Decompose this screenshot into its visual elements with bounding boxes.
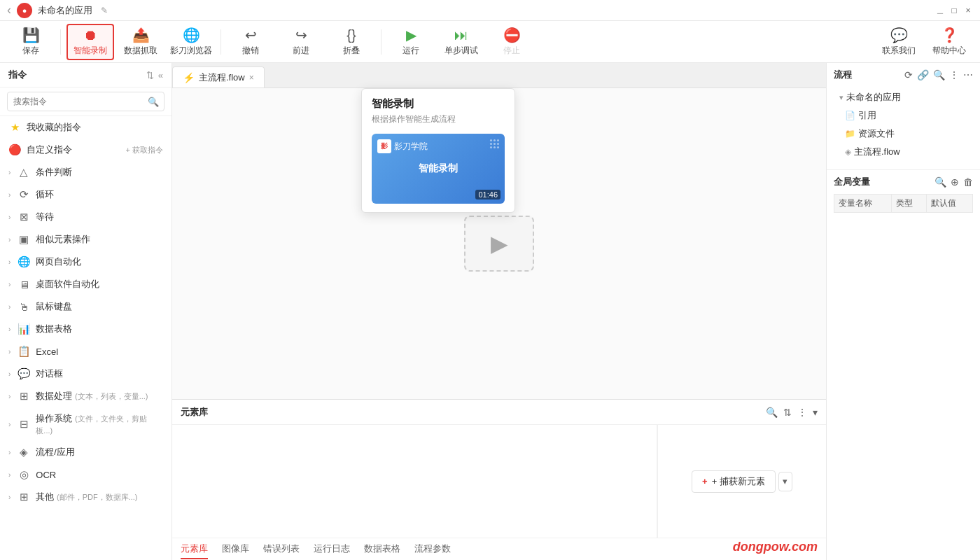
tab-main-flow[interactable]: ⚡ 主流程.flow × xyxy=(172,66,265,88)
popup-video[interactable]: 影 影刀学院 智能录制 01:46 xyxy=(372,134,505,204)
global-var-icons: 🔍 ⊕ 🗑 xyxy=(934,176,973,188)
bp-search-icon[interactable]: 🔍 xyxy=(766,407,778,418)
sidebar-item-dialog[interactable]: › 💬 对话框 xyxy=(0,363,172,385)
bottom-panel-icons: 🔍 ⇅ ⋮ ▾ xyxy=(766,407,818,418)
dialog-label: 对话框 xyxy=(36,368,163,380)
undo-button[interactable]: ↩ 撤销 xyxy=(227,24,274,60)
sidebar-item-data-table[interactable]: › 📊 数据表格 xyxy=(0,318,172,340)
fold-button[interactable]: {} 折叠 xyxy=(328,24,375,60)
right-search-icon[interactable]: 🔍 xyxy=(933,69,945,80)
tree-item-reference[interactable]: 📄 引用 xyxy=(834,106,973,125)
sidebar-item-os[interactable]: › ⊟ 操作系统 (文件，文件夹，剪贴板...) xyxy=(0,407,172,441)
sidebar-sort-icon[interactable]: ⇅ xyxy=(146,70,154,80)
gv-delete-icon[interactable]: 🗑 xyxy=(963,176,973,188)
tab-elements[interactable]: 元素库 xyxy=(181,540,208,559)
capture-chevron-icon: ▾ xyxy=(783,476,788,486)
flow-tree: ▾ 未命名的应用 📄 引用 📁 资源文件 ◈ 主流程.flow xyxy=(834,85,973,164)
popup-video-dots xyxy=(490,139,499,148)
right-link-icon[interactable]: 🔗 xyxy=(917,69,929,80)
favorites-label: 我收藏的指令 xyxy=(27,121,163,134)
edit-title-icon[interactable]: ✎ xyxy=(101,6,108,15)
sidebar-item-custom[interactable]: 🔴 自定义指令 + 获取指令 xyxy=(0,139,172,161)
bottom-panel-header: 元素库 🔍 ⇅ ⋮ ▾ xyxy=(172,400,826,425)
tab-flow-params[interactable]: 流程参数 xyxy=(414,540,451,559)
os-icon: ⊟ xyxy=(18,418,30,430)
sidebar-item-condition[interactable]: › △ 条件判断 xyxy=(0,161,172,183)
right-share-icon[interactable]: ⟳ xyxy=(904,69,913,80)
sidebar-item-mouse-key[interactable]: › 🖱 鼠标键盘 xyxy=(0,295,172,318)
capture-new-element-button[interactable]: + + 捕获新元素 xyxy=(692,470,776,493)
tab-run-log[interactable]: 运行日志 xyxy=(314,540,350,559)
close-button[interactable]: × xyxy=(963,6,973,15)
tree-item-resources[interactable]: 📁 资源文件 xyxy=(834,125,973,143)
contact-button[interactable]: 💬 联系我们 xyxy=(875,24,923,60)
toolbar: 💾 保存 ⏺ 智能录制 📤 数据抓取 🌐 影刀浏览器 ↩ 撤销 ↪ 前进 {} … xyxy=(0,21,980,63)
sidebar-collapse-icon[interactable]: « xyxy=(158,70,163,80)
bottom-tabs: 元素库 图像库 错误列表 运行日志 数据表格 流程参数 xyxy=(172,538,826,560)
resources-label: 资源文件 xyxy=(858,127,967,140)
back-button[interactable]: ‹ xyxy=(7,3,11,18)
sidebar-item-data-process[interactable]: › ⊞ 数据处理 (文本，列表，变量...) xyxy=(0,385,172,407)
bp-more-icon[interactable]: ⋮ xyxy=(797,407,807,418)
minimize-button[interactable]: ＿ xyxy=(935,6,945,15)
sidebar-item-excel[interactable]: › 📋 Excel xyxy=(0,340,172,363)
tab-errors[interactable]: 错误列表 xyxy=(263,540,300,559)
tab-close-button[interactable]: × xyxy=(249,73,254,83)
gv-search-icon[interactable]: 🔍 xyxy=(934,176,946,188)
save-button[interactable]: 💾 保存 xyxy=(7,24,55,60)
run-button[interactable]: ▶ 运行 xyxy=(387,24,435,60)
sidebar-item-desktop-auto[interactable]: › 🖥 桌面软件自动化 xyxy=(0,273,172,295)
sidebar-item-similar[interactable]: › ▣ 相似元素操作 xyxy=(0,228,172,251)
mouse-icon: 🖱 xyxy=(18,301,30,313)
os-label: 操作系统 (文件，文件夹，剪贴板...) xyxy=(36,412,163,436)
bp-sort-icon[interactable]: ⇅ xyxy=(783,407,792,418)
smart-record-button[interactable]: ⏺ 智能录制 xyxy=(66,24,114,60)
right-expand-icon[interactable]: ⋯ xyxy=(963,69,973,80)
excel-label: Excel xyxy=(36,346,163,357)
custom-label: 自定义指令 xyxy=(27,144,120,156)
help-button[interactable]: ❓ 帮助中心 xyxy=(925,24,973,60)
sidebar-item-flow-app[interactable]: › ◈ 流程/应用 xyxy=(0,441,172,463)
tree-chevron-icon: ▾ xyxy=(839,93,844,102)
sidebar-item-wait[interactable]: › ⊠ 等待 xyxy=(0,206,172,228)
maximize-button[interactable]: □ xyxy=(949,6,959,15)
bp-collapse-icon[interactable]: ▾ xyxy=(813,407,818,418)
stop-button[interactable]: ⛔ 停止 xyxy=(488,24,536,60)
canvas-play-icon: ▶ xyxy=(491,230,508,257)
main-flow-icon: ◈ xyxy=(845,147,851,157)
tab-label: 主流程.flow xyxy=(199,71,245,84)
other-label: 其他 (邮件，PDF，数据库...) xyxy=(36,491,163,503)
sidebar-item-favorites[interactable]: ★ 我收藏的指令 xyxy=(0,116,172,139)
stop-icon: ⛔ xyxy=(503,27,521,43)
title-bar-right: ＿ □ × xyxy=(935,6,973,15)
popup-video-time: 01:46 xyxy=(475,190,500,200)
flowapp-expand: › xyxy=(8,449,10,456)
popup-video-inner: 影 影刀学院 智能录制 01:46 xyxy=(372,134,505,204)
tab-data-table[interactable]: 数据表格 xyxy=(364,540,400,559)
capture-plus-icon: + xyxy=(702,476,708,486)
redo-button[interactable]: ↪ 前进 xyxy=(277,24,325,60)
flowapp-label: 流程/应用 xyxy=(36,446,163,458)
capture-dropdown-button[interactable]: ▾ xyxy=(778,472,792,491)
data-extract-icon: 📤 xyxy=(132,27,150,43)
sidebar-item-other[interactable]: › ⊞ 其他 (邮件，PDF，数据库...) xyxy=(0,486,172,508)
sidebar-item-ocr[interactable]: › ◎ OCR xyxy=(0,463,172,486)
web-expand: › xyxy=(8,258,10,266)
var-col-default: 默认值 xyxy=(926,195,972,213)
step-debug-button[interactable]: ⏭ 单步调试 xyxy=(438,24,485,60)
search-input[interactable] xyxy=(7,92,164,111)
blade-browser-button[interactable]: 🌐 影刀浏览器 xyxy=(167,24,215,60)
sidebar-item-web-auto[interactable]: › 🌐 网页自动化 xyxy=(0,251,172,273)
sidebar-item-loop[interactable]: › ⟳ 循环 xyxy=(0,183,172,206)
tab-images[interactable]: 图像库 xyxy=(222,540,249,559)
tree-parent-app[interactable]: ▾ 未命名的应用 xyxy=(834,88,973,106)
blade-browser-icon: 🌐 xyxy=(183,27,200,43)
gv-add-icon[interactable]: ⊕ xyxy=(951,176,959,188)
right-more-icon[interactable]: ⋮ xyxy=(949,69,959,80)
get-custom-btn[interactable]: + 获取指令 xyxy=(126,145,163,155)
desktop-expand: › xyxy=(8,281,10,288)
tree-item-main-flow[interactable]: ◈ 主流程.flow xyxy=(834,143,973,161)
popup-header: 智能录制 根据操作智能生成流程 xyxy=(362,89,514,134)
data-extract-button[interactable]: 📤 数据抓取 xyxy=(117,24,164,60)
app-title: 未命名的应用 xyxy=(38,4,92,17)
